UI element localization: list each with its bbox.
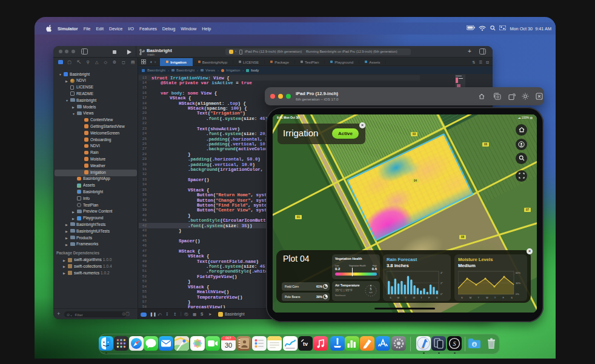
svg-text:tv: tv — [303, 341, 308, 347]
svg-text:W: W — [413, 296, 415, 299]
svg-text:T: T — [405, 296, 407, 299]
svg-text:S: S — [436, 296, 438, 299]
svg-text:0″: 0″ — [440, 293, 443, 296]
svg-text:30%: 30% — [516, 282, 520, 285]
svg-text:S: S — [453, 340, 456, 347]
svg-text:0%: 0% — [516, 293, 519, 296]
svg-text:F: F — [428, 296, 430, 299]
svg-text:4″: 4″ — [440, 271, 443, 274]
svg-text:OCT: OCT — [225, 337, 231, 340]
svg-text:T: T — [494, 296, 496, 299]
svg-text:S: S — [511, 296, 513, 299]
svg-text:5: 5 — [370, 287, 372, 291]
svg-text:T: T — [477, 296, 479, 299]
svg-text:T: T — [420, 296, 422, 299]
svg-text:2″: 2″ — [440, 282, 443, 285]
svg-text:60%: 60% — [516, 271, 520, 274]
svg-text:mph: mph — [369, 291, 373, 294]
svg-text:S: S — [461, 296, 463, 299]
svg-text:M: M — [397, 296, 399, 299]
svg-text:30: 30 — [225, 342, 232, 349]
svg-text:F: F — [503, 296, 505, 299]
svg-text:M: M — [470, 296, 471, 299]
svg-text:W: W — [486, 296, 488, 299]
svg-text:S: S — [390, 296, 391, 299]
